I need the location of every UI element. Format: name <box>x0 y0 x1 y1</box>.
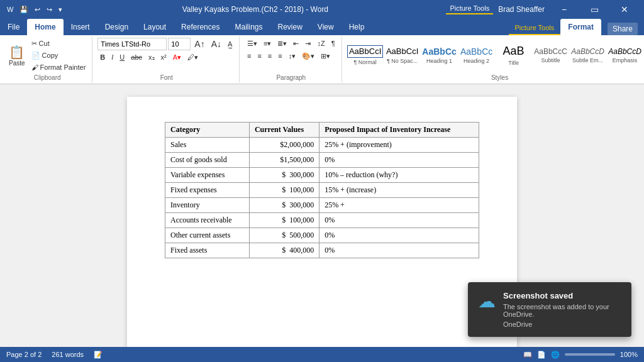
table-row: Cost of goods sold $1,500,000 0% <box>165 153 479 168</box>
onedrive-icon: ☁ <box>478 291 496 312</box>
italic-btn[interactable]: I <box>109 52 116 63</box>
tab-format[interactable]: Format <box>560 19 601 35</box>
format-painter-btn[interactable]: 🖌Format Painter <box>29 62 89 73</box>
zoom-level: 100% <box>620 351 638 358</box>
style-emphasis-preview: AaBbCcD <box>608 47 641 56</box>
tab-design[interactable]: Design <box>97 19 136 35</box>
style-heading1-label: Heading 1 <box>426 58 452 64</box>
cut-icon: ✂ <box>31 40 37 48</box>
decrease-font-btn[interactable]: A↓ <box>209 38 224 50</box>
tab-insert[interactable]: Insert <box>64 19 97 35</box>
shading-btn[interactable]: 🎨▾ <box>299 50 317 62</box>
align-right-btn[interactable]: ≡ <box>265 50 274 62</box>
cell-impact: 10% – reduction (why?) <box>319 168 479 183</box>
view-print-btn[interactable]: 📄 <box>537 351 546 359</box>
table-header-row: Category Current Values Proposed Impact … <box>165 123 479 138</box>
font-family-input[interactable] <box>97 38 167 50</box>
redo-btn[interactable]: ↪ <box>45 4 54 15</box>
zoom-slider[interactable] <box>565 353 615 356</box>
user-name: Brad Sheaffer <box>498 5 545 14</box>
style-normal-preview: AaBbCcI <box>347 45 383 58</box>
tab-help[interactable]: Help <box>341 19 372 35</box>
cell-value: $ 300,000 <box>249 168 319 183</box>
decrease-indent-btn[interactable]: ⇤ <box>291 38 301 49</box>
table-row: Accounts receivable $ 100,000 0% <box>165 213 479 228</box>
paragraph-group: ☰▾ ≡▾ ≣▾ ⇤ ⇥ ↕Z ¶ ≡ ≡ ≡ ≡ ↕▾ 🎨▾ ⊞▾ Parag… <box>241 36 342 82</box>
subscript-btn[interactable]: x₂ <box>146 52 157 63</box>
strikethrough-btn[interactable]: abc <box>128 52 145 63</box>
style-heading1[interactable]: AaBbCc Heading 1 <box>421 39 458 72</box>
more-quick-btn[interactable]: ▾ <box>57 4 64 15</box>
clear-format-btn[interactable]: A̲ <box>225 38 235 50</box>
superscript-btn[interactable]: x² <box>158 52 169 63</box>
cell-category: Inventory <box>165 198 250 213</box>
line-spacing-btn[interactable]: ↕▾ <box>286 50 299 62</box>
cell-value: $ 300,000 <box>249 198 319 213</box>
tab-mailings[interactable]: Mailings <box>227 19 270 35</box>
tab-home-active[interactable]: Home <box>27 19 63 35</box>
col-current-values: Current Values <box>249 123 319 138</box>
quick-access-toolbar: W 💾 ↩ ↪ ▾ <box>5 4 64 15</box>
table-row: Inventory $ 300,000 25% + <box>165 198 479 213</box>
cell-category: Fixed expenses <box>165 183 250 198</box>
close-btn[interactable]: ✕ <box>610 0 639 19</box>
tab-view[interactable]: View <box>310 19 341 35</box>
cell-impact: 0% <box>319 213 479 228</box>
clipboard-label: Clipboard <box>34 73 61 81</box>
style-heading1-preview: AaBbCc <box>422 47 456 57</box>
cell-impact: 25% + (improvement) <box>319 138 479 153</box>
window-controls: − ▭ ✕ <box>550 0 639 19</box>
cut-btn[interactable]: ✂Cut <box>29 38 89 49</box>
tab-review[interactable]: Review <box>270 19 309 35</box>
font-size-input[interactable] <box>168 38 191 50</box>
justify-btn[interactable]: ≡ <box>275 50 284 62</box>
show-para-btn[interactable]: ¶ <box>329 38 338 49</box>
highlight-btn[interactable]: 🖊▾ <box>185 52 201 63</box>
undo-btn[interactable]: ↩ <box>33 4 42 15</box>
sort-btn[interactable]: ↕Z <box>314 38 327 49</box>
bullets-btn[interactable]: ☰▾ <box>245 38 260 49</box>
style-subtle-em-label: Subtle Em... <box>572 57 603 63</box>
cell-value: $1,500,000 <box>249 153 319 168</box>
align-center-btn[interactable]: ≡ <box>255 50 264 62</box>
tab-file[interactable]: File <box>0 19 27 35</box>
style-subtle-em[interactable]: AaBbCcD Subtle Em... <box>570 39 606 72</box>
style-no-spacing-label: ¶ No Spac... <box>387 58 418 64</box>
style-no-spacing-preview: AaBbCcI <box>386 47 418 57</box>
style-normal-label: ¶ Normal <box>353 59 376 65</box>
multilevel-btn[interactable]: ≣▾ <box>275 38 289 49</box>
copy-btn[interactable]: 📄Copy <box>29 50 89 61</box>
restore-btn[interactable]: ▭ <box>580 0 609 19</box>
bold-btn[interactable]: B <box>97 52 108 63</box>
borders-btn[interactable]: ⊞▾ <box>318 50 333 62</box>
font-row1: A↑ A↓ A̲ <box>97 38 235 50</box>
font-color-btn[interactable]: A▾ <box>170 52 184 63</box>
tab-references[interactable]: References <box>174 19 227 35</box>
status-right: 📖 📄 🌐 100% <box>523 351 638 359</box>
table-row: Fixed expenses $ 100,000 15% + (increase… <box>165 183 479 198</box>
style-title-label: Title <box>508 60 519 66</box>
align-left-btn[interactable]: ≡ <box>245 50 253 62</box>
style-emphasis[interactable]: AaBbCcD Emphasis <box>607 39 643 72</box>
view-read-btn[interactable]: 📖 <box>523 351 532 359</box>
tab-layout[interactable]: Layout <box>136 19 174 35</box>
para-row1: ☰▾ ≡▾ ≣▾ ⇤ ⇥ ↕Z ¶ <box>245 38 338 49</box>
title-bar: W 💾 ↩ ↪ ▾ Valley Kayaks Problem.(Ch2 - 2… <box>0 0 644 19</box>
save-quick-btn[interactable]: 💾 <box>18 4 30 15</box>
view-web-btn[interactable]: 🌐 <box>551 351 560 359</box>
toast-title: Screenshot saved <box>503 291 621 300</box>
style-title[interactable]: AaB Title <box>496 39 532 72</box>
table-row: Variable expenses $ 300,000 10% – reduct… <box>165 168 479 183</box>
paste-btn[interactable]: 📋 Paste <box>6 39 28 72</box>
style-subtitle[interactable]: AaBbCcC Subtitle <box>533 39 569 72</box>
increase-indent-btn[interactable]: ⇥ <box>303 38 313 49</box>
minimize-btn[interactable]: − <box>550 0 579 19</box>
share-btn[interactable]: Share <box>608 23 638 35</box>
underline-btn[interactable]: U <box>117 52 127 63</box>
numbering-btn[interactable]: ≡▾ <box>261 38 274 49</box>
increase-font-btn[interactable]: A↑ <box>192 38 207 50</box>
style-normal[interactable]: AaBbCcI ¶ Normal <box>347 39 384 72</box>
style-heading2[interactable]: AaBbCc Heading 2 <box>458 39 495 72</box>
toast-notification: ☁ Screenshot saved The screenshot was ad… <box>468 282 631 337</box>
style-no-spacing[interactable]: AaBbCcI ¶ No Spac... <box>384 39 421 72</box>
